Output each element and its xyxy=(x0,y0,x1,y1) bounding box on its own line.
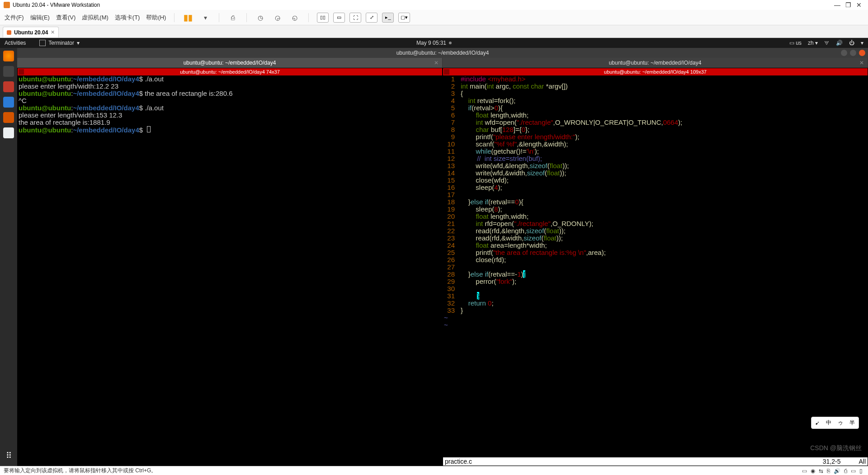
left-pane: ubuntu@ubuntu: ~/embedded/IO/day4 74x37 … xyxy=(17,68,443,466)
send-ctrl-alt-del-icon[interactable]: ⎙ xyxy=(227,12,238,23)
view-stretch-icon[interactable]: ⛶ xyxy=(349,13,361,23)
volume-icon[interactable]: 🔊 xyxy=(836,40,843,46)
ime-btn-4[interactable]: 半 xyxy=(849,419,855,427)
files-icon[interactable] xyxy=(3,66,14,77)
watermark: CSDN @脑洗钢丝 xyxy=(810,444,862,452)
guest-viewport[interactable]: Activities Terminator ▾ May 9 05:31 ▭ us… xyxy=(0,38,868,466)
menu-file[interactable]: 文件(F) xyxy=(5,14,24,22)
vim-cursor-pos: 31,2-5 xyxy=(823,457,841,466)
vmware-titlebar: Ubuntu 20.04 - VMware Workstation — ❐ ✕ xyxy=(0,0,868,10)
vm-status-icon xyxy=(7,30,11,35)
show-apps-icon[interactable]: ⠿ xyxy=(3,451,14,461)
maximize-button[interactable]: ❐ xyxy=(843,1,854,9)
device-cd-icon[interactable]: ◉ xyxy=(811,468,815,474)
pause-icon[interactable]: ▮▮ xyxy=(183,12,193,23)
menu-tabs[interactable]: 选项卡(T) xyxy=(115,14,140,22)
vm-tab-close-icon[interactable]: ✕ xyxy=(51,29,55,35)
tab-close-icon[interactable]: ✕ xyxy=(859,60,864,66)
gnome-topbar: Activities Terminator ▾ May 9 05:31 ▭ us… xyxy=(0,38,868,48)
status-text: 要将输入定向到该虚拟机，请将鼠标指针移入其中或按 Ctrl+G。 xyxy=(4,467,156,475)
device-sound-icon[interactable]: 🔊 xyxy=(834,468,840,474)
win-close-icon[interactable] xyxy=(859,50,865,56)
right-pane: ubuntu@ubuntu: ~/embedded/IO/day4 109x37… xyxy=(443,68,868,466)
clock[interactable]: May 9 05:31 xyxy=(416,40,446,46)
vim-scroll-pos: All xyxy=(859,457,866,466)
vmware-tabstrip: Ubuntu 20.04 ✕ xyxy=(0,25,868,38)
menu-view[interactable]: 查看(V) xyxy=(56,14,75,22)
view-fullscreen-icon[interactable]: ▢▾ xyxy=(398,13,410,23)
network-icon[interactable]: ⩔ xyxy=(824,40,830,46)
close-button[interactable]: ✕ xyxy=(854,1,864,9)
menu-help[interactable]: 帮助(H) xyxy=(146,14,166,22)
view-unity-icon[interactable]: ▭ xyxy=(333,13,345,23)
software-icon[interactable] xyxy=(3,81,14,92)
system-menu-icon[interactable]: ▾ xyxy=(861,40,863,46)
snapshot-take-icon[interactable]: ◷ xyxy=(255,12,266,23)
vscode-icon[interactable] xyxy=(3,97,14,108)
terminator-title: ubuntu@ubuntu: ~/embedded/IO/day4 xyxy=(396,50,489,56)
terminator-tabs: ubuntu@ubuntu: ~/embedded/IO/day4✕ ubunt… xyxy=(17,58,868,68)
device-net-icon[interactable]: ⇆ xyxy=(819,468,823,474)
window-title: Ubuntu 20.04 - VMware Workstation xyxy=(13,2,100,8)
dropdown-icon[interactable]: ▾ xyxy=(200,12,211,23)
input-source-us[interactable]: ▭ us xyxy=(789,40,802,46)
ime-toolbar[interactable]: ➹ 中 ゥ 半 xyxy=(811,417,859,429)
view-single-icon[interactable]: ▯▯ xyxy=(317,13,329,23)
ime-btn-2[interactable]: 中 xyxy=(826,419,831,427)
vmware-statusbar: 要将输入定向到该虚拟机，请将鼠标指针移入其中或按 Ctrl+G。 ▭ ◉ ⇆ ⎘… xyxy=(0,466,868,475)
gnome-dock: ⠿ xyxy=(0,48,17,466)
screenshot-icon[interactable] xyxy=(3,112,14,123)
win-maximize-icon[interactable] xyxy=(850,50,856,56)
notification-dot-icon xyxy=(449,42,452,44)
vim-filename: practice.c xyxy=(445,457,823,466)
vim-statusline: practice.c 31,2-5 All xyxy=(443,457,868,466)
view-console-icon[interactable]: ▸_ xyxy=(382,13,394,23)
menu-vm[interactable]: 虚拟机(M) xyxy=(82,14,108,22)
activities-button[interactable]: Activities xyxy=(5,40,26,46)
vm-tab[interactable]: Ubuntu 20.04 ✕ xyxy=(3,27,59,38)
app-menu[interactable]: Terminator ▾ xyxy=(39,40,80,46)
vmware-icon xyxy=(4,2,10,8)
pane-icon xyxy=(19,69,24,75)
vim-cursor: } xyxy=(477,292,479,300)
power-icon[interactable]: ⏻ xyxy=(849,40,854,46)
win-minimize-icon[interactable] xyxy=(841,50,847,56)
input-source-zh[interactable]: zh ▾ xyxy=(808,40,818,46)
device-display-icon[interactable]: ▭ xyxy=(851,468,856,474)
menu-edit[interactable]: 编辑(E) xyxy=(30,14,50,22)
text-editor-icon[interactable] xyxy=(3,127,14,138)
ime-btn-1[interactable]: ➹ xyxy=(815,420,820,426)
left-pane-header: ubuntu@ubuntu: ~/embedded/IO/day4 74x37 xyxy=(18,68,442,75)
firefox-icon[interactable] xyxy=(3,51,14,61)
terminator-window: ubuntu@ubuntu: ~/embedded/IO/day4 ubuntu… xyxy=(17,48,868,466)
vm-tab-label: Ubuntu 20.04 xyxy=(14,29,48,36)
device-usb-icon[interactable]: ⎘ xyxy=(827,468,830,474)
vmware-menubar: 文件(F) 编辑(E) 查看(V) 虚拟机(M) 选项卡(T) 帮助(H) ▮▮… xyxy=(0,10,868,25)
tab-close-icon[interactable]: ✕ xyxy=(434,60,439,66)
shell-cursor xyxy=(147,126,151,132)
device-printer-icon[interactable]: ⎙ xyxy=(844,468,847,474)
device-more-icon[interactable]: ▯ xyxy=(859,468,863,474)
ime-btn-3[interactable]: ゥ xyxy=(838,419,843,427)
view-exit-icon[interactable]: ⤢ xyxy=(366,13,377,23)
device-hdd-icon[interactable]: ▭ xyxy=(802,468,807,474)
terminator-titlebar[interactable]: ubuntu@ubuntu: ~/embedded/IO/day4 xyxy=(17,48,868,58)
left-terminal[interactable]: ubuntu@ubuntu:~/embedded/IO/day4$ ./a.ou… xyxy=(18,75,442,466)
snapshot-manager-icon[interactable]: ◵ xyxy=(289,12,300,23)
minimize-button[interactable]: — xyxy=(832,1,843,9)
right-pane-header: ubuntu@ubuntu: ~/embedded/IO/day4 109x37 xyxy=(443,68,868,75)
pane-icon xyxy=(444,69,449,75)
terminator-tab-2[interactable]: ubuntu@ubuntu: ~/embedded/IO/day4✕ xyxy=(443,58,868,68)
terminator-tab-1[interactable]: ubuntu@ubuntu: ~/embedded/IO/day4✕ xyxy=(17,58,443,68)
right-terminal-vim[interactable]: 1 #include <myhead.h> 2 int main(int arg… xyxy=(443,75,868,457)
snapshot-revert-icon[interactable]: ◶ xyxy=(272,12,283,23)
